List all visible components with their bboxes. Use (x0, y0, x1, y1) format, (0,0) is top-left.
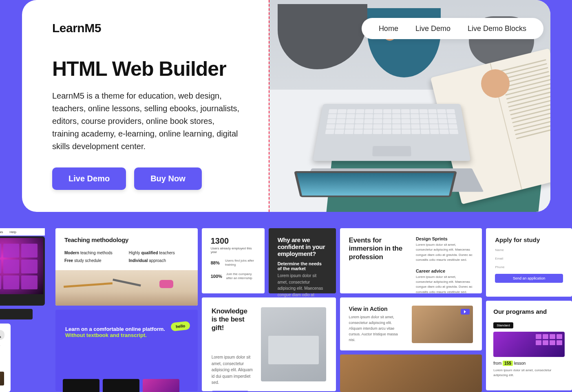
teaching-methodology-card: Teaching methodology Modern teaching met… (55, 228, 198, 306)
knowledge-gift-card: Knowledge is the best gift! Lorem ipsum … (202, 297, 336, 391)
mini-box-pink (143, 379, 179, 392)
nav-live-demo-blocks[interactable]: Live Demo Blocks (468, 24, 526, 33)
teaching-heading: Teaching methodology (64, 236, 189, 243)
logo: LearnM5 (52, 21, 244, 35)
apply-heading: Apply for study (495, 236, 563, 243)
live-demo-button[interactable]: Live Demo (52, 167, 126, 190)
mini-box-dark (63, 379, 99, 392)
mini-box-dark (103, 379, 139, 392)
nav-live-demo[interactable]: Live Demo (415, 24, 451, 33)
standard-tag: Standard (493, 322, 513, 328)
level-lorem: Lorem ipsum dolor amet consectetur elit. (0, 344, 4, 361)
preview-column-a: Contacts Testimonials Help Level 3 8 wee… (0, 228, 51, 392)
hero-left: LearnM5 HTML Web Builder LearnM5 is a th… (22, 0, 269, 212)
gift-heading: Knowledge is the best gift! (212, 307, 254, 332)
top-nav: Home Live Demo Live Demo Blocks (362, 18, 543, 39)
preview-column-b: Teaching methodology Modern teaching met… (55, 228, 198, 392)
buy-now-button[interactable]: Buy Now (134, 167, 202, 190)
mini-nav-testimonials: Testimonials (0, 230, 3, 234)
conf-sub-1: Determine the needs of the market (278, 261, 327, 271)
gift-lorem: Lorem ipsum dolor sit amet, consectetur … (212, 354, 254, 386)
preview-column-d: Events for immersion in the profession D… (340, 228, 482, 392)
events-heading: Events for immersion in the profession (349, 236, 406, 261)
event-item-1: Design Sprints Lorem ipsum dolor sit ame… (416, 236, 473, 263)
view-in-action-card: View in Action Lorem ipsum dolor sit ame… (340, 297, 482, 350)
field-phone[interactable]: Phone (495, 265, 563, 269)
imac-preview: Contacts Testimonials Help (0, 228, 51, 301)
purple-line-2: Without textbook and transcript. (65, 332, 188, 338)
programs-heading: Our programs and (493, 308, 565, 315)
field-name[interactable]: Name (495, 248, 563, 252)
view-heading: View in Action (349, 306, 405, 312)
nav-home[interactable]: Home (379, 24, 398, 33)
events-card: Events for immersion in the profession D… (340, 228, 482, 293)
weeks-badge: 8 weeks (0, 330, 4, 340)
confidence-heading: Why are we confident in your employment? (278, 236, 327, 257)
programs-card: Our programs and Standard from 15$ lesso… (486, 301, 572, 390)
teach-col-2: Highly qualified teachers Individual app… (129, 249, 175, 264)
stat-row-2: 100%Join the company after an internship (211, 272, 256, 281)
preview-column-c: 1300 Users already employed this year 88… (202, 228, 336, 392)
stat-subtitle: Users already employed this year (211, 247, 256, 254)
template-preview-strip: Contacts Testimonials Help Level 3 8 wee… (0, 228, 572, 392)
read-more-link[interactable]: Read More › (0, 363, 4, 368)
stat-big-number: 1300 (211, 236, 256, 246)
view-lorem: Lorem ipsum dolor sit amet, consectetur … (349, 315, 405, 343)
stats-card: 1300 Users already employed this year 88… (202, 228, 265, 293)
send-application-button[interactable]: Send an application (495, 274, 563, 283)
price-line: from 15$ lesson (493, 361, 565, 366)
stat-row-1: 88%Users find jobs after training (211, 259, 256, 267)
mini-nav-help: Help (10, 230, 16, 234)
apply-for-study-card: Apply for study Name Email Phone Send an… (486, 228, 572, 297)
wide-photo (340, 355, 482, 392)
field-email[interactable]: Email (495, 257, 563, 260)
play-badge-icon (461, 309, 470, 315)
confidence-card: Why are we confident in your employment?… (269, 228, 336, 293)
comfortable-platform-card: hello Learn on a comfortable online plat… (55, 310, 198, 391)
purple-line-1: Learn on a comfortable online platform. (65, 326, 188, 332)
programs-lorem: Lorem ipsum dolor sit amet, consectetur … (493, 368, 565, 378)
hero-title: HTML Web Builder (52, 57, 244, 81)
level-photo (0, 372, 4, 385)
hero-description: LearnM5 is a theme for education, web de… (52, 90, 240, 153)
hero-buttons: Live Demo Buy Now (52, 167, 244, 190)
desk-photo (55, 270, 198, 306)
view-photo (412, 306, 473, 343)
level-card: Level 3 8 weeks Lorem ipsum dolor amet c… (0, 324, 11, 392)
programs-image (493, 332, 565, 357)
event-item-2: Career advice Lorem ipsum dolor sit amet… (416, 269, 473, 295)
teach-col-1: Modern teaching methods Free study sched… (64, 249, 113, 264)
gift-photo (261, 307, 326, 381)
preview-column-e: Apply for study Name Email Phone Send an… (486, 228, 572, 392)
